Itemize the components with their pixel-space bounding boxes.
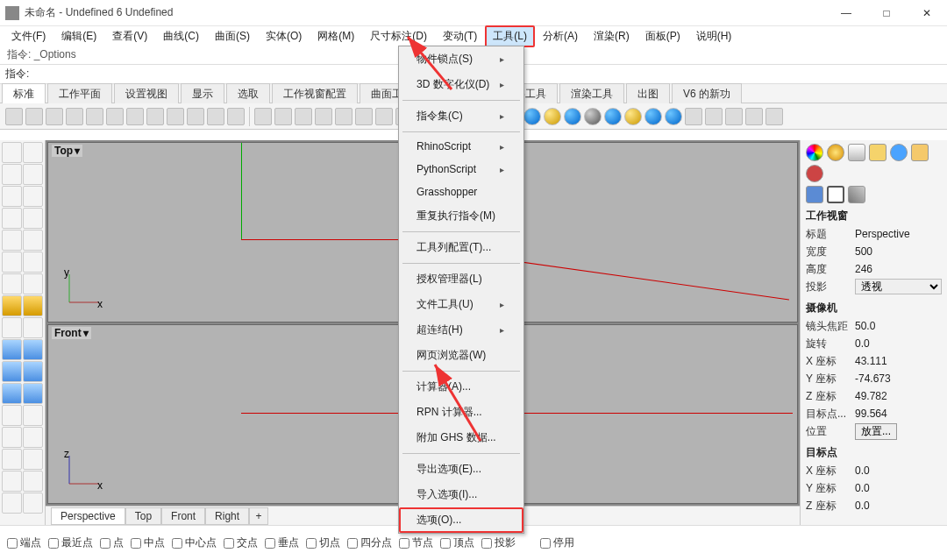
toolbar-button-icon[interactable] bbox=[227, 108, 245, 125]
toolbar-tab[interactable]: 出图 bbox=[626, 83, 670, 103]
toolbox-button-icon[interactable] bbox=[2, 361, 22, 382]
toolbar-button-icon[interactable] bbox=[544, 108, 561, 125]
render-materials-icon[interactable] bbox=[806, 144, 823, 161]
osnap-checkbox[interactable] bbox=[265, 538, 275, 549]
camera-icon[interactable] bbox=[806, 186, 823, 203]
display-icon[interactable] bbox=[869, 144, 886, 161]
menu-dropdown-item[interactable]: 文件工具(U)▸ bbox=[399, 292, 523, 317]
sun-icon[interactable] bbox=[827, 144, 844, 161]
toolbox-button-icon[interactable] bbox=[23, 142, 43, 163]
osnap-checkbox[interactable] bbox=[440, 538, 451, 549]
toolbar-button-icon[interactable] bbox=[106, 108, 124, 125]
toolbox-button-icon[interactable] bbox=[2, 383, 22, 404]
osnap-checkbox[interactable] bbox=[399, 538, 409, 549]
menu-item[interactable]: 曲面(S) bbox=[207, 25, 258, 47]
menu-item[interactable]: 分析(A) bbox=[535, 25, 586, 47]
folder-icon[interactable] bbox=[911, 144, 929, 161]
menu-dropdown-item[interactable]: 工具列配置(T)... bbox=[399, 235, 523, 260]
toolbar-button-icon[interactable] bbox=[523, 108, 541, 125]
property-value[interactable]: 透视 bbox=[855, 279, 942, 294]
toolbox-button-icon[interactable] bbox=[23, 186, 43, 207]
record-icon[interactable] bbox=[806, 165, 823, 182]
chevron-down-icon[interactable]: ▾ bbox=[83, 327, 89, 339]
menu-dropdown-item[interactable]: 导入选项(I)... bbox=[399, 482, 523, 507]
menu-dropdown-item[interactable]: RPN 计算器... bbox=[399, 400, 523, 425]
menu-item[interactable]: 渲染(R) bbox=[586, 25, 637, 47]
toolbox-button-icon[interactable] bbox=[2, 493, 22, 514]
menu-dropdown-item[interactable]: 超连结(H)▸ bbox=[399, 317, 523, 343]
toolbox-button-icon[interactable] bbox=[2, 142, 22, 163]
property-value[interactable]: 49.782 bbox=[855, 390, 942, 402]
toolbox-button-icon[interactable] bbox=[23, 493, 43, 514]
property-value[interactable]: Perspective bbox=[855, 228, 942, 240]
property-value[interactable]: 50.0 bbox=[855, 320, 942, 332]
menu-dropdown-item[interactable]: 计算器(A)... bbox=[399, 374, 523, 400]
osnap-option[interactable]: 最近点 bbox=[48, 535, 93, 550]
menu-dropdown-item[interactable]: RhinoScript▸ bbox=[399, 135, 523, 158]
osnap-option[interactable]: 交点 bbox=[224, 535, 258, 550]
wand-icon[interactable] bbox=[848, 186, 865, 203]
menu-item[interactable]: 尺寸标注(D) bbox=[362, 25, 435, 47]
toolbox-button-icon[interactable] bbox=[2, 252, 22, 273]
osnap-option[interactable]: 停用 bbox=[540, 535, 574, 550]
toolbar-tab[interactable]: 渲染工具 bbox=[559, 83, 624, 103]
menu-item[interactable]: 变动(T) bbox=[435, 25, 485, 47]
viewport-tab[interactable]: Front bbox=[161, 507, 205, 525]
toolbox-button-icon[interactable] bbox=[2, 471, 22, 492]
toolbar-button-icon[interactable] bbox=[335, 108, 352, 125]
toolbox-button-icon[interactable] bbox=[2, 230, 22, 251]
viewport-tab[interactable]: Top bbox=[125, 507, 161, 525]
toolbar-tab[interactable]: 显示 bbox=[181, 83, 224, 103]
toolbar-button-icon[interactable] bbox=[584, 108, 602, 125]
menu-item[interactable]: 查看(V) bbox=[104, 25, 155, 47]
menu-dropdown-item[interactable]: 附加 GHS 数据... bbox=[399, 425, 523, 450]
osnap-option[interactable]: 端点 bbox=[7, 535, 41, 550]
layers-icon[interactable] bbox=[848, 144, 865, 161]
osnap-checkbox[interactable] bbox=[48, 538, 59, 549]
toolbox-button-icon[interactable] bbox=[23, 295, 43, 316]
toolbox-button-icon[interactable] bbox=[23, 273, 43, 294]
osnap-checkbox[interactable] bbox=[172, 538, 182, 549]
toolbar-button-icon[interactable] bbox=[745, 108, 763, 125]
toolbar-button-icon[interactable] bbox=[207, 108, 224, 125]
osnap-checkbox[interactable] bbox=[224, 538, 234, 549]
toolbox-button-icon[interactable] bbox=[23, 361, 43, 382]
toolbox-button-icon[interactable] bbox=[23, 317, 43, 338]
toolbar-button-icon[interactable] bbox=[765, 108, 783, 125]
menu-dropdown-item[interactable]: 授权管理器(L) bbox=[399, 266, 523, 292]
menu-dropdown-item[interactable]: 3D 数字化仪(D)▸ bbox=[399, 72, 523, 97]
toolbox-button-icon[interactable] bbox=[23, 427, 43, 448]
osnap-option[interactable]: 顶点 bbox=[440, 535, 474, 550]
property-value[interactable]: 246 bbox=[855, 263, 942, 275]
menu-item[interactable]: 编辑(E) bbox=[53, 25, 104, 47]
toolbar-button-icon[interactable] bbox=[187, 108, 204, 125]
toolbar-button-icon[interactable] bbox=[5, 108, 23, 125]
property-value[interactable]: 43.111 bbox=[855, 355, 942, 367]
viewport-title[interactable]: Front▾ bbox=[52, 327, 91, 339]
viewport-top[interactable]: Top▾ yx bbox=[47, 142, 422, 323]
toolbox-button-icon[interactable] bbox=[23, 449, 43, 470]
menu-item[interactable]: 面板(P) bbox=[637, 25, 688, 47]
toolbox-button-icon[interactable] bbox=[2, 449, 22, 470]
toolbar-button-icon[interactable] bbox=[375, 108, 393, 125]
menu-dropdown-item[interactable]: 物件锁点(S)▸ bbox=[399, 46, 523, 72]
property-value[interactable]: -74.673 bbox=[855, 372, 942, 385]
osnap-option[interactable]: 节点 bbox=[399, 535, 433, 550]
toolbar-button-icon[interactable] bbox=[146, 108, 164, 125]
osnap-checkbox[interactable] bbox=[306, 538, 317, 549]
property-value[interactable]: 0.0 bbox=[855, 337, 942, 350]
viewport-tab[interactable]: Right bbox=[205, 507, 249, 525]
toolbar-button-icon[interactable] bbox=[25, 108, 43, 125]
viewport-title[interactable]: Top▾ bbox=[52, 145, 82, 157]
menu-item[interactable]: 说明(H) bbox=[688, 25, 740, 47]
toolbar-button-icon[interactable] bbox=[126, 108, 144, 125]
viewport-front[interactable]: Front▾ zx bbox=[47, 324, 422, 505]
osnap-checkbox[interactable] bbox=[540, 538, 551, 549]
osnap-checkbox[interactable] bbox=[347, 538, 358, 549]
property-value[interactable]: 放置... bbox=[855, 423, 942, 440]
property-value[interactable]: 0.0 bbox=[855, 500, 942, 512]
toolbox-button-icon[interactable] bbox=[23, 471, 43, 492]
osnap-checkbox[interactable] bbox=[100, 538, 110, 549]
menu-dropdown-item[interactable]: Grasshopper bbox=[399, 181, 523, 203]
help-icon[interactable] bbox=[890, 144, 908, 161]
